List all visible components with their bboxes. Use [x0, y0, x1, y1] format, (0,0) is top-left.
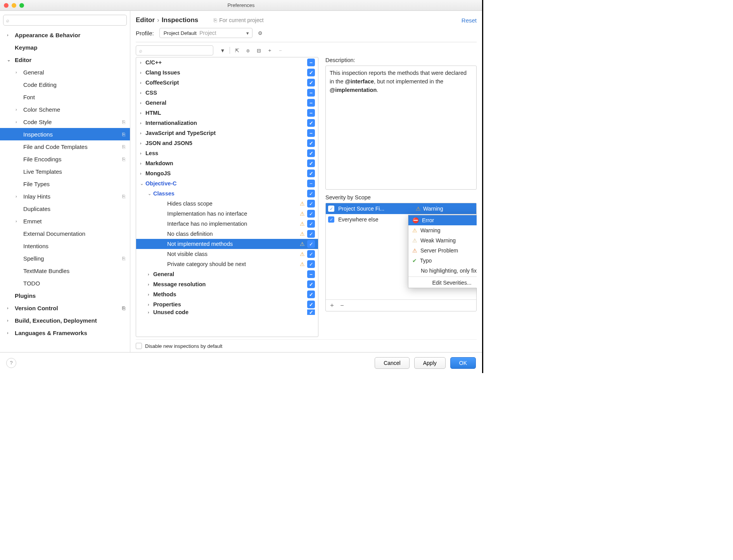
remove-scope-button[interactable]: −	[338, 302, 346, 309]
sidebar-item[interactable]: Plugins	[0, 289, 130, 302]
expand-all-icon[interactable]: ⇱	[232, 45, 242, 55]
inspection-checkbox[interactable]: ✓	[307, 240, 315, 248]
sidebar-item[interactable]: Keymap	[0, 41, 130, 54]
inspection-checkbox[interactable]: −	[307, 129, 315, 137]
collapse-all-icon[interactable]: ≑	[242, 45, 253, 55]
inspection-checkbox[interactable]: ✓	[307, 139, 315, 147]
inspection-row[interactable]: ›MongoJS✓	[136, 168, 318, 178]
sidebar-item[interactable]: ›Inlay Hints⎘	[0, 190, 130, 202]
scope-checkbox[interactable]: ✓	[328, 206, 334, 212]
sidebar-item[interactable]: Spelling⎘	[0, 252, 130, 264]
sidebar-item[interactable]: Inspections⎘	[0, 128, 130, 140]
inspection-checkbox[interactable]: ✓	[307, 250, 315, 258]
inspection-row[interactable]: ›C/C++−	[136, 57, 318, 67]
sidebar-item[interactable]: Font	[0, 91, 130, 103]
inspection-checkbox[interactable]: −	[307, 89, 315, 97]
inspection-row[interactable]: Not implemented methods⚠✓	[136, 239, 318, 249]
inspection-row[interactable]: No class definition⚠✓	[136, 229, 318, 239]
sidebar-item[interactable]: Duplicates	[0, 202, 130, 215]
inspection-search-input[interactable]: ⌕	[136, 45, 213, 55]
ok-button[interactable]: OK	[450, 357, 476, 369]
sidebar-item[interactable]: TextMate Bundles	[0, 264, 130, 277]
inspection-checkbox[interactable]: −	[307, 109, 315, 117]
sidebar-item[interactable]: External Documentation	[0, 227, 130, 240]
sidebar-item[interactable]: TODO	[0, 277, 130, 289]
disable-new-checkbox[interactable]	[136, 343, 142, 349]
inspection-row[interactable]: ›HTML−	[136, 108, 318, 118]
add-scope-button[interactable]: ＋	[328, 301, 336, 309]
inspection-checkbox[interactable]: ✓	[307, 169, 315, 177]
inspection-row[interactable]: Private category should be next⚠✓	[136, 259, 318, 269]
edit-severities-item[interactable]: Edit Severities...	[408, 278, 477, 288]
dropdown-item[interactable]: ✔Typo	[408, 256, 477, 266]
inspection-row[interactable]: Interface has no implementation⚠✓	[136, 219, 318, 229]
filter-icon[interactable]: ▼	[217, 45, 228, 55]
severity-level[interactable]: ⚠ Warning	[416, 206, 474, 212]
inspection-checkbox[interactable]: −	[307, 180, 315, 187]
inspection-checkbox[interactable]: ✓	[307, 220, 315, 228]
inspection-row[interactable]: ›CSS−	[136, 88, 318, 98]
sidebar-item[interactable]: File Types	[0, 178, 130, 190]
sidebar-search-input[interactable]	[3, 15, 127, 26]
sidebar-item[interactable]: ›Build, Execution, Deployment	[0, 314, 130, 327]
sidebar-item[interactable]: ›Color Scheme	[0, 103, 130, 116]
add-icon[interactable]: ＋	[264, 45, 275, 55]
inspection-checkbox[interactable]: ✓	[307, 79, 315, 86]
inspection-tree[interactable]: ›C/C++−›Clang Issues✓›CoffeeScript✓›CSS−…	[136, 57, 318, 337]
dropdown-item[interactable]: ⚠Weak Warning	[408, 235, 477, 245]
inspection-row[interactable]: ›Properties✓	[136, 299, 318, 309]
dropdown-item[interactable]: No highlighting, only fix	[408, 266, 477, 276]
inspection-checkbox[interactable]: ✓	[307, 119, 315, 127]
apply-button[interactable]: Apply	[414, 357, 446, 369]
inspection-row[interactable]: ›CoffeeScript✓	[136, 78, 318, 88]
inspection-checkbox[interactable]: ✓	[307, 210, 315, 218]
inspection-checkbox[interactable]: ✓	[307, 309, 315, 315]
sidebar-item[interactable]: Intentions	[0, 240, 130, 252]
inspection-row[interactable]: ›Unused code✓	[136, 309, 318, 315]
help-button[interactable]: ?	[6, 358, 16, 368]
inspection-row[interactable]: Hides class scope⚠✓	[136, 199, 318, 209]
sidebar-item[interactable]: ›Appearance & Behavior	[0, 29, 130, 41]
inspection-checkbox[interactable]: −	[307, 270, 315, 278]
inspection-row[interactable]: ›Message resolution✓	[136, 279, 318, 289]
sidebar-item[interactable]: Code Editing	[0, 78, 130, 91]
inspection-checkbox[interactable]: ✓	[307, 159, 315, 167]
dropdown-item[interactable]: ⚠Server Problem	[408, 245, 477, 256]
sidebar-item[interactable]: ⌄Editor	[0, 54, 130, 66]
inspection-checkbox[interactable]: ✓	[307, 290, 315, 298]
inspection-checkbox[interactable]: −	[307, 59, 315, 66]
sidebar-item[interactable]: Live Templates	[0, 165, 130, 178]
inspection-checkbox[interactable]: ✓	[307, 69, 315, 76]
inspection-row[interactable]: ›JSON and JSON5✓	[136, 138, 318, 148]
inspection-row[interactable]: Not visible class⚠✓	[136, 249, 318, 259]
sidebar-item[interactable]: File and Code Templates⎘	[0, 140, 130, 153]
remove-icon[interactable]: −	[275, 45, 286, 55]
dropdown-item[interactable]: ⚠Warning	[408, 225, 477, 235]
inspection-row[interactable]: ›Methods✓	[136, 289, 318, 299]
severity-row[interactable]: ✓Project Source Fi...⚠ Warning	[326, 203, 476, 214]
sidebar-item[interactable]: ›Languages & Frameworks	[0, 327, 130, 339]
inspection-checkbox[interactable]: ✓	[307, 260, 315, 268]
inspection-checkbox[interactable]: ✓	[307, 280, 315, 288]
scope-checkbox[interactable]: ✓	[328, 216, 334, 223]
inspection-checkbox[interactable]: −	[307, 99, 315, 107]
inspection-checkbox[interactable]: ✓	[307, 149, 315, 157]
inspection-row[interactable]: ⌄Classes✓	[136, 188, 318, 199]
inspection-row[interactable]: ›General−	[136, 269, 318, 279]
inspection-checkbox[interactable]: ✓	[307, 230, 315, 238]
sidebar-item[interactable]: File Encodings⎘	[0, 153, 130, 165]
inspection-row[interactable]: ›Clang Issues✓	[136, 67, 318, 78]
sidebar-item[interactable]: ›General	[0, 66, 130, 78]
inspection-row[interactable]: ⌄Objective-C−	[136, 178, 318, 188]
inspection-checkbox[interactable]: ✓	[307, 301, 315, 308]
gear-icon[interactable]: ⚙	[258, 30, 263, 36]
inspection-checkbox[interactable]: ✓	[307, 190, 315, 197]
reset-button[interactable]: Reset	[462, 17, 477, 24]
inspection-row[interactable]: Implementation has no interface⚠✓	[136, 209, 318, 219]
sidebar-item[interactable]: ›Version Control⎘	[0, 302, 130, 314]
inspection-row[interactable]: ›Internationalization✓	[136, 118, 318, 128]
reset-defaults-icon[interactable]: ⊟	[253, 45, 264, 55]
sidebar-item[interactable]: ›Code Style⎘	[0, 116, 130, 128]
inspection-row[interactable]: ›Markdown✓	[136, 158, 318, 168]
dropdown-item[interactable]: ⛔Error	[408, 215, 477, 225]
